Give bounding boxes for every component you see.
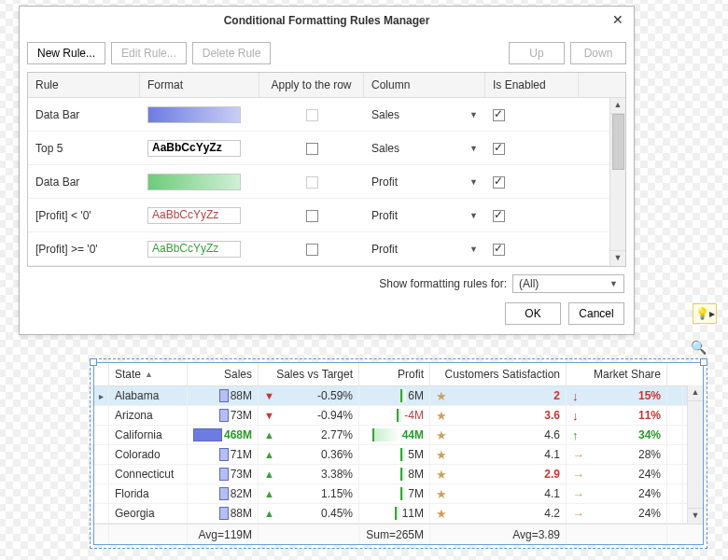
- cell-cs: ★2.9: [430, 465, 567, 483]
- enabled-checkbox[interactable]: [493, 210, 505, 222]
- databar-icon: [372, 428, 400, 441]
- databar-icon: [400, 448, 406, 461]
- databar-icon: [219, 389, 229, 402]
- col-header-apply[interactable]: Apply to the row: [259, 73, 364, 97]
- col-header-sales[interactable]: Sales: [188, 363, 259, 385]
- scroll-down-icon[interactable]: ▼: [688, 508, 703, 524]
- close-icon[interactable]: ✕: [609, 12, 626, 29]
- cell-ms: ↑34%: [567, 426, 667, 444]
- cell-svt: ▼-0.94%: [259, 406, 359, 425]
- filter-select[interactable]: (All) ▼: [512, 274, 624, 293]
- rule-row[interactable]: [Profit] < '0'AaBbCcYyZzProfit▼: [28, 199, 625, 232]
- move-down-button[interactable]: Down: [570, 42, 626, 64]
- databar-icon: [397, 409, 402, 422]
- rule-row[interactable]: Top 5AaBbCcYyZzSales▼: [28, 132, 625, 165]
- apply-row-checkbox[interactable]: [306, 176, 318, 189]
- scroll-up-icon[interactable]: ▲: [610, 98, 625, 114]
- apply-row-checkbox[interactable]: [306, 109, 318, 121]
- trend-up-icon: ▲: [264, 449, 274, 460]
- cell-cs: ★3.6: [430, 406, 567, 425]
- delete-rule-button[interactable]: Delete Rule: [192, 42, 272, 64]
- cell-ms: →24%: [567, 484, 667, 503]
- cancel-button[interactable]: Cancel: [568, 302, 624, 325]
- rules-manager-dialog: Conditional Formatting Rules Manager ✕ N…: [19, 6, 635, 335]
- apply-row-checkbox[interactable]: [306, 244, 318, 256]
- cell-profit: 7M: [359, 484, 430, 503]
- arrow-right-icon: →: [572, 448, 584, 462]
- databar-icon: [400, 487, 406, 500]
- table-row[interactable]: Georgia88M▲0.45%11M★4.2→24%: [94, 504, 703, 524]
- filter-row: Show formatting rules for: (All) ▼: [20, 267, 634, 297]
- cell-profit: 8M: [359, 465, 430, 483]
- ok-button[interactable]: OK: [505, 302, 561, 325]
- table-row[interactable]: Florida82M▲1.15%7M★4.1→24%: [94, 484, 703, 504]
- col-header-cs[interactable]: Customers Satisfaction: [430, 363, 567, 385]
- cell-ms: →28%: [567, 445, 667, 464]
- footer-profit: Sum=265M: [359, 525, 430, 544]
- trend-up-icon: ▲: [264, 488, 274, 499]
- table-row[interactable]: ▸Alabama88M▼-0.59%6M★2↓15%: [94, 386, 703, 406]
- format-preview-text: AaBbCcYyZz: [147, 207, 241, 224]
- cell-ms: ↓11%: [567, 406, 667, 425]
- col-header-enabled[interactable]: Is Enabled: [485, 73, 579, 97]
- rules-header: Rule Format Apply to the row Column Is E…: [28, 73, 625, 98]
- column-select[interactable]: Sales▼: [364, 138, 485, 159]
- search-icon[interactable]: 🔍: [687, 336, 709, 358]
- databar-icon: [219, 468, 229, 481]
- apply-row-checkbox[interactable]: [306, 210, 318, 222]
- cell-state: Colorado: [109, 445, 188, 464]
- table-row[interactable]: Colorado71M▲0.36%5M★4.1→28%: [94, 445, 703, 465]
- grid-header: State▲ Sales Sales vs Target Profit Cust…: [94, 363, 703, 386]
- column-select[interactable]: Profit▼: [364, 172, 485, 192]
- column-select[interactable]: Profit▼: [364, 239, 485, 259]
- edit-rule-button[interactable]: Edit Rule...: [111, 42, 187, 64]
- star-icon: ★: [436, 507, 447, 521]
- chevron-down-icon: ▼: [469, 245, 478, 254]
- row-indicator: [94, 465, 109, 483]
- scroll-thumb[interactable]: [612, 114, 624, 170]
- scroll-down-icon[interactable]: ▼: [610, 250, 625, 266]
- trend-down-icon: ▼: [264, 390, 274, 401]
- enabled-checkbox[interactable]: [493, 176, 505, 189]
- cell-profit: 11M: [359, 504, 430, 523]
- table-row[interactable]: California468M▲2.77%44M★4.6↑34%: [94, 426, 703, 445]
- star-icon: ★: [436, 468, 447, 482]
- column-select[interactable]: Sales▼: [364, 105, 485, 125]
- databar-icon: [219, 507, 229, 520]
- col-header-state[interactable]: State▲: [109, 363, 188, 385]
- rule-name: Data Bar: [28, 105, 140, 125]
- row-indicator: [94, 484, 109, 503]
- rule-name: [Profit] >= '0': [28, 239, 140, 259]
- col-header-format[interactable]: Format: [140, 73, 259, 97]
- enabled-checkbox[interactable]: [493, 244, 505, 256]
- cell-cs: ★4.1: [430, 445, 567, 464]
- rule-row[interactable]: Data BarProfit▼: [28, 165, 625, 199]
- grid-scrollbar[interactable]: ▲ ▼: [687, 385, 703, 524]
- enabled-checkbox[interactable]: [493, 109, 505, 121]
- arrow-right-icon: →: [572, 487, 584, 501]
- apply-row-checkbox[interactable]: [306, 143, 318, 155]
- chevron-down-icon: ▼: [469, 177, 478, 187]
- col-header-column[interactable]: Column: [364, 73, 485, 97]
- cell-profit: 5M: [359, 445, 430, 464]
- move-up-button[interactable]: Up: [509, 42, 565, 64]
- col-header-profit[interactable]: Profit: [359, 363, 430, 385]
- col-header-rule[interactable]: Rule: [28, 73, 140, 97]
- table-row[interactable]: Connecticut73M▲3.38%8M★2.9→24%: [94, 465, 703, 484]
- cell-cs: ★4.2: [430, 504, 567, 523]
- rule-row[interactable]: Data BarSales▼: [28, 98, 625, 132]
- col-header-svt[interactable]: Sales vs Target: [259, 363, 359, 385]
- filter-value: (All): [519, 277, 539, 290]
- table-row[interactable]: Arizona73M▼-0.94%-4M★3.6↓11%: [94, 406, 703, 426]
- row-indicator: [94, 406, 109, 425]
- trend-up-icon: ▲: [264, 469, 274, 480]
- rule-row[interactable]: [Profit] >= '0'AaBbCcYyZzProfit▼: [28, 232, 625, 266]
- col-header-ms[interactable]: Market Share: [567, 363, 667, 385]
- rules-scrollbar[interactable]: ▲ ▼: [609, 98, 625, 266]
- enabled-checkbox[interactable]: [493, 143, 505, 155]
- scroll-up-icon[interactable]: ▲: [688, 385, 703, 401]
- hint-icon[interactable]: 💡▸: [693, 303, 717, 324]
- cell-state: Georgia: [109, 504, 188, 523]
- new-rule-button[interactable]: New Rule...: [27, 42, 105, 64]
- column-select[interactable]: Profit▼: [364, 205, 485, 226]
